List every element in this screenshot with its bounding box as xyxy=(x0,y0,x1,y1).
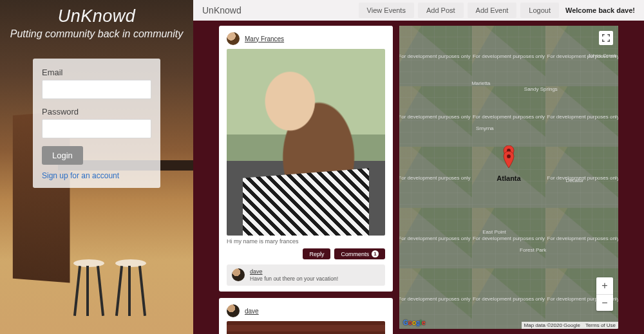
hero: UnKnowd Putting community back in commun… xyxy=(0,0,193,43)
login-button[interactable]: Login xyxy=(42,146,83,165)
add-post-button[interactable]: Add Post xyxy=(418,3,464,18)
signup-link[interactable]: Sign up for an account xyxy=(42,171,151,180)
zoom-control: + − xyxy=(596,277,613,311)
password-label: Password xyxy=(42,107,151,116)
decor-stool xyxy=(71,259,107,317)
decor-stool xyxy=(113,259,149,317)
password-field[interactable] xyxy=(42,119,151,138)
comment-text: Have fun out there on your vacation! xyxy=(250,275,338,282)
email-label: Email xyxy=(42,68,151,77)
feed-column: Mary Frances Hi my name is mary frances … xyxy=(219,26,393,334)
map-terms-link[interactable]: Terms of Use xyxy=(583,322,618,329)
app-title: UnKnowd xyxy=(4,6,189,26)
post-actions: Reply Comments 1 xyxy=(227,248,385,259)
avatar[interactable] xyxy=(232,268,245,281)
reply-button[interactable]: Reply xyxy=(303,248,330,259)
city-label: Atlanta xyxy=(497,174,520,182)
email-field[interactable] xyxy=(42,80,151,99)
avatar[interactable] xyxy=(227,32,240,45)
comment-author-link[interactable]: dave xyxy=(250,268,338,275)
welcome-text: Welcome back dave! xyxy=(565,6,635,14)
comments-button[interactable]: Comments 1 xyxy=(334,248,385,259)
fullscreen-button[interactable] xyxy=(599,31,613,45)
post-card: Mary Frances Hi my name is mary frances … xyxy=(219,26,393,292)
google-logo: Google xyxy=(403,319,425,326)
app-panel: UnKnowd View Events Add Post Add Event L… xyxy=(193,0,644,334)
comments-count-badge: 1 xyxy=(372,250,379,257)
map[interactable]: For development purposes only For develo… xyxy=(399,26,618,329)
avatar[interactable] xyxy=(227,304,240,317)
login-card: Email Password Login Sign up for an acco… xyxy=(33,59,160,188)
reply-label: Reply xyxy=(309,251,324,257)
post-author-link[interactable]: dave xyxy=(245,308,259,315)
view-events-button[interactable]: View Events xyxy=(359,3,414,18)
post-image[interactable] xyxy=(227,321,385,334)
zoom-out-button[interactable]: − xyxy=(596,294,613,311)
map-pin-icon[interactable] xyxy=(503,151,515,168)
comments-label: Comments xyxy=(341,251,369,257)
comment: dave Have fun out there on your vacation… xyxy=(227,264,385,286)
post-card: dave xyxy=(219,298,393,334)
map-data-attrib: Map data ©2020 Google xyxy=(522,322,583,329)
add-event-button[interactable]: Add Event xyxy=(468,3,517,18)
fullscreen-icon xyxy=(602,34,610,42)
post-author-link[interactable]: Mary Frances xyxy=(245,35,284,42)
post-header: dave xyxy=(227,304,385,317)
topbar: UnKnowd View Events Add Post Add Event L… xyxy=(193,0,644,21)
post-image[interactable] xyxy=(227,49,385,236)
map-attribution: Map data ©2020 Google Terms of Use xyxy=(522,322,618,329)
brand: UnKnowd xyxy=(202,5,242,15)
content-area: Mary Frances Hi my name is mary frances … xyxy=(193,21,644,334)
svg-point-1 xyxy=(507,154,511,158)
tagline: Putting community back in community xyxy=(4,28,189,41)
zoom-in-button[interactable]: + xyxy=(596,277,613,294)
post-caption: Hi my name is mary frances xyxy=(227,238,385,245)
post-header: Mary Frances xyxy=(227,32,385,45)
login-panel: UnKnowd Putting community back in commun… xyxy=(0,0,193,334)
logout-button[interactable]: Logout xyxy=(520,3,559,18)
